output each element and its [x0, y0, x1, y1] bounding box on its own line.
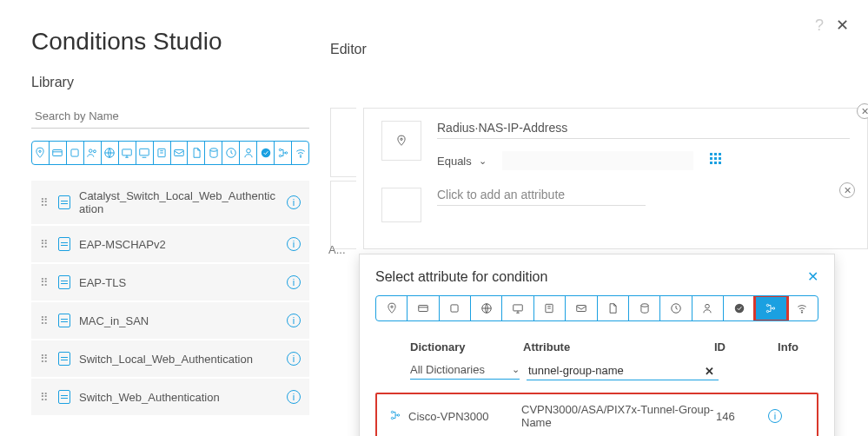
- condition-doc-icon: [58, 390, 70, 404]
- drag-handle-icon[interactable]: ⠿: [40, 353, 50, 366]
- cat-card-icon[interactable]: [407, 296, 439, 320]
- library-item[interactable]: ⠿ EAP-MSCHAPv2 i: [31, 226, 309, 262]
- svg-point-43: [391, 411, 393, 413]
- cat-globe-icon[interactable]: [471, 296, 502, 320]
- condition-value-input[interactable]: [502, 151, 693, 170]
- svg-point-45: [397, 413, 399, 415]
- library-item-label: MAC_in_SAN: [79, 314, 278, 327]
- svg-rect-2: [71, 149, 78, 156]
- filter-person-icon[interactable]: [240, 142, 257, 164]
- cat-check-icon[interactable]: [724, 296, 755, 320]
- filter-db-icon[interactable]: [205, 142, 222, 164]
- info-icon[interactable]: i: [287, 352, 301, 366]
- attribute-result-row[interactable]: Cisco-VPN3000 CVPN3000/ASA/PIX7x-Tunnel-…: [375, 393, 818, 436]
- filter-wifi-icon[interactable]: [292, 142, 308, 164]
- drag-handle-icon[interactable]: ⠿: [40, 391, 50, 404]
- attribute-search-input[interactable]: [527, 362, 719, 380]
- cat-square-icon[interactable]: [440, 296, 471, 320]
- cat-location-icon[interactable]: [376, 296, 407, 320]
- operator-label: Equals: [437, 155, 472, 168]
- filter-square-icon[interactable]: [67, 142, 84, 164]
- library-item-label: Catalyst_Switch_Local_Web_Authentication: [79, 189, 278, 215]
- info-icon[interactable]: i: [287, 237, 301, 251]
- library-item[interactable]: ⠿ EAP-TLS i: [31, 264, 309, 301]
- filter-globe-icon[interactable]: [102, 142, 119, 164]
- cat-wifi-icon[interactable]: [787, 296, 818, 320]
- dictionary-dropdown[interactable]: All Dictionaries ⌄: [410, 363, 520, 380]
- info-icon[interactable]: i: [287, 195, 301, 209]
- cat-db-icon[interactable]: [629, 296, 660, 320]
- operator-dropdown[interactable]: Equals ⌄: [437, 155, 487, 168]
- svg-rect-19: [710, 153, 712, 155]
- condition-doc-icon: [58, 195, 70, 209]
- library-item[interactable]: ⠿ Switch_Local_Web_Authentication i: [31, 340, 309, 377]
- filter-users-icon[interactable]: [84, 142, 102, 164]
- cat-clock-icon[interactable]: [660, 296, 692, 320]
- filter-check-icon[interactable]: [257, 142, 275, 164]
- condition-remove-icon[interactable]: ✕: [839, 182, 855, 198]
- condition-handle[interactable]: [330, 181, 356, 250]
- drag-handle-icon[interactable]: ⠿: [40, 276, 50, 289]
- svg-rect-32: [514, 305, 523, 311]
- popup-close-icon[interactable]: ✕: [807, 268, 818, 285]
- svg-point-44: [391, 417, 393, 419]
- popup-category-filter: [375, 295, 818, 321]
- library-list: ⠿ Catalyst_Switch_Local_Web_Authenticati…: [31, 181, 309, 415]
- drag-handle-icon[interactable]: ⠿: [40, 238, 50, 251]
- cat-note-icon[interactable]: [534, 296, 566, 320]
- svg-point-4: [94, 150, 96, 153]
- svg-point-13: [261, 149, 270, 158]
- info-icon[interactable]: i: [287, 275, 301, 289]
- svg-point-14: [279, 149, 281, 150]
- library-item[interactable]: ⠿ Switch_Web_Authentication i: [31, 379, 309, 415]
- logic-connector[interactable]: A...: [328, 243, 346, 256]
- popup-search-row: All Dictionaries ⌄ ✕: [375, 359, 818, 389]
- svg-point-42: [802, 312, 803, 313]
- chevron-down-icon: ⌄: [479, 155, 487, 167]
- filter-location-icon[interactable]: [32, 142, 50, 164]
- library-search-input[interactable]: [31, 104, 309, 129]
- filter-tree-icon[interactable]: [275, 142, 292, 164]
- svg-point-38: [734, 304, 744, 314]
- svg-rect-30: [451, 305, 458, 312]
- svg-rect-23: [714, 157, 717, 160]
- svg-point-41: [772, 307, 774, 309]
- filter-mail-icon[interactable]: [171, 142, 189, 164]
- help-icon[interactable]: ?: [815, 17, 824, 35]
- filter-clock-icon[interactable]: [222, 142, 240, 164]
- condition-attribute-label[interactable]: Radius·NAS-IP-Address: [437, 121, 850, 139]
- close-icon[interactable]: ✕: [836, 16, 849, 35]
- library-item[interactable]: ⠿ Catalyst_Switch_Local_Web_Authenticati…: [31, 181, 309, 224]
- result-category-icon: [382, 409, 408, 424]
- drag-handle-icon[interactable]: ⠿: [40, 314, 50, 327]
- filter-doc-icon[interactable]: [188, 142, 205, 164]
- filter-desktop-icon[interactable]: [136, 142, 154, 164]
- library-item[interactable]: ⠿ MAC_in_SAN i: [31, 302, 309, 339]
- drag-handle-icon[interactable]: ⠿: [40, 196, 50, 209]
- info-icon[interactable]: i: [287, 314, 301, 327]
- result-info-icon[interactable]: i: [768, 409, 812, 423]
- condition-handle[interactable]: [330, 108, 356, 177]
- condition-type-icon[interactable]: [381, 121, 421, 161]
- popup-table-header: Dictionary Attribute ID Info: [375, 335, 818, 359]
- condition-type-icon[interactable]: [381, 188, 421, 222]
- condition-remove-icon[interactable]: ✕: [857, 103, 868, 119]
- info-icon[interactable]: i: [287, 390, 301, 404]
- svg-point-37: [706, 304, 710, 308]
- filter-card-icon[interactable]: [50, 142, 67, 164]
- filter-monitor-icon[interactable]: [119, 142, 136, 164]
- library-item-label: EAP-MSCHAPv2: [79, 238, 278, 251]
- add-attribute-placeholder[interactable]: Click to add an attribute: [437, 188, 646, 206]
- cat-person-icon[interactable]: [692, 296, 724, 320]
- cat-monitor-icon[interactable]: [502, 296, 533, 320]
- clear-search-icon[interactable]: ✕: [705, 365, 714, 378]
- cat-mail-icon[interactable]: [566, 296, 597, 320]
- svg-rect-22: [710, 157, 712, 160]
- filter-note-icon[interactable]: [154, 142, 171, 164]
- cat-tree-icon[interactable]: [755, 296, 786, 320]
- svg-point-39: [766, 304, 768, 306]
- cat-doc-icon[interactable]: [598, 296, 629, 320]
- svg-point-15: [279, 155, 281, 156]
- grid-picker-icon[interactable]: [709, 152, 723, 169]
- result-dictionary: Cisco-VPN3000: [408, 410, 521, 423]
